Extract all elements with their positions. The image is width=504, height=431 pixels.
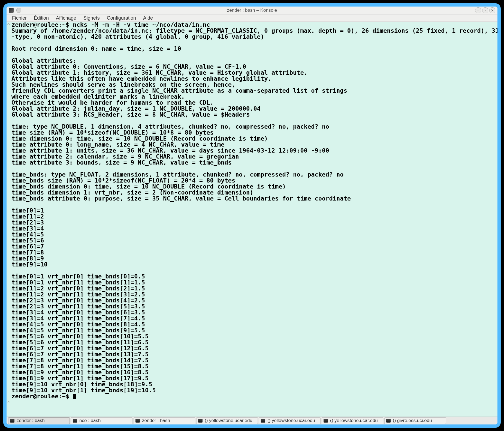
terminal-output[interactable]: zender@roulee:~$ ncks -M -m -H -v time ~…	[7, 22, 497, 393]
terminal-viewport[interactable]: ^ zender@roulee:~$ ncks -M -m -H -v time…	[7, 22, 497, 417]
terminal-tab-icon	[261, 419, 265, 423]
terminal-tab-icon	[198, 419, 203, 423]
scroll-marker-icon: ^	[7, 400, 10, 406]
close-button[interactable]: ✕	[489, 7, 495, 13]
shade-button[interactable]	[16, 8, 21, 13]
terminal-tab-icon	[324, 419, 328, 423]
tab-item[interactable]: zender : bash	[8, 417, 70, 424]
tab-item[interactable]: () yellowstone.ucar.edu	[259, 417, 321, 424]
menu-aide[interactable]: Aide	[140, 15, 156, 22]
terminal-tab-icon	[135, 419, 140, 423]
tab-label: () yellowstone.ucar.edu	[205, 418, 258, 423]
terminal-prompt-line[interactable]: zender@roulee:~$	[7, 393, 497, 399]
menubar: Fichier Édition Affichage Signets Config…	[7, 14, 497, 22]
terminal-tab-icon	[73, 419, 77, 423]
menu-configuration[interactable]: Configuration	[104, 15, 139, 22]
cursor-icon	[73, 394, 76, 399]
tab-item[interactable]: () givre.ess.uci.edu	[384, 417, 446, 424]
tab-item[interactable]: () yellowstone.ucar.edu	[196, 417, 258, 424]
maximize-button[interactable]: ▫	[482, 7, 488, 13]
tab-item[interactable]: () yellowstone.ucar.edu	[322, 417, 383, 424]
terminal-tab-icon	[386, 419, 391, 423]
terminal-prompt: zender@roulee:~$	[11, 393, 73, 400]
tab-label: zender : bash	[17, 418, 70, 423]
titlebar[interactable]: zender : bash – Konsole ‒ ▫ ✕	[7, 7, 497, 14]
menu-edition[interactable]: Édition	[31, 15, 52, 22]
tab-label: () yellowstone.ucar.edu	[267, 418, 320, 423]
tab-item[interactable]: nco : bash	[71, 417, 132, 424]
menu-signets[interactable]: Signets	[80, 15, 103, 22]
tab-item[interactable]: zender : bash	[134, 417, 195, 424]
konsole-app-icon	[9, 8, 14, 13]
window-title: zender : bash – Konsole	[7, 8, 497, 13]
menu-fichier[interactable]: Fichier	[9, 15, 30, 22]
tab-label: () yellowstone.ucar.edu	[330, 418, 383, 423]
terminal-tab-icon	[10, 419, 14, 423]
tab-label: zender : bash	[142, 418, 195, 423]
menu-affichage[interactable]: Affichage	[53, 15, 80, 22]
scroll-marker-icon: ^	[7, 22, 10, 28]
minimize-button[interactable]: ‒	[475, 7, 481, 13]
tab-bar: zender : bashnco : bashzender : bash() y…	[7, 417, 497, 424]
window-frame: zender : bash – Konsole ‒ ▫ ✕ Fichier Éd…	[3, 3, 501, 428]
tab-label: nco : bash	[79, 418, 132, 423]
tab-label: () givre.ess.uci.edu	[393, 418, 446, 423]
